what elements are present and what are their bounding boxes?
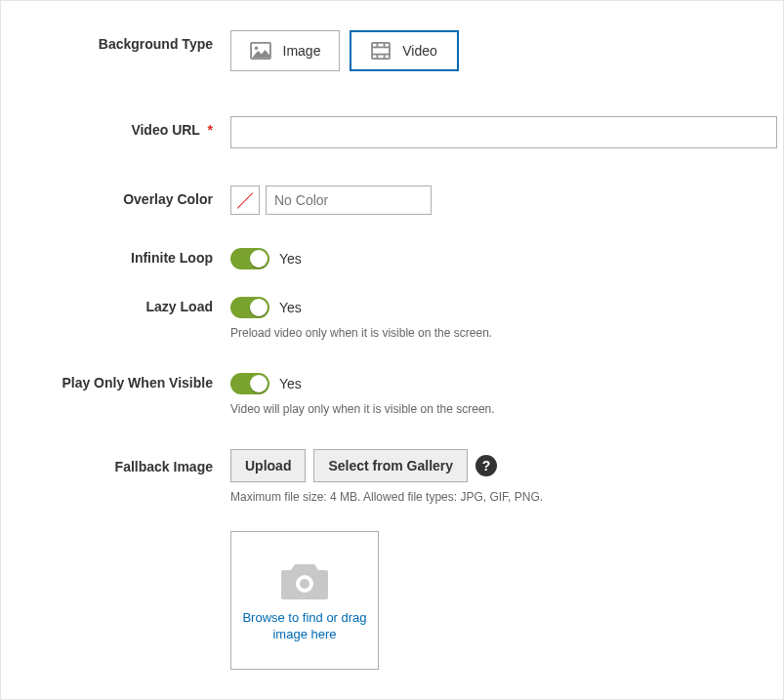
fallback-buttons-row: Upload Select from Gallery ? [230,449,783,482]
play-only-visible-value: Yes [279,376,302,391]
control-video-url [230,116,783,148]
background-settings-panel: Background Type Image Video [0,0,784,700]
video-icon [371,42,391,60]
field-fallback-image: Fallback Image Upload Select from Galler… [1,449,783,670]
field-video-url: Video URL * [1,116,783,148]
infinite-loop-toggle[interactable] [230,248,269,269]
label-play-only-visible: Play Only When Visible [1,373,230,416]
select-from-gallery-button[interactable]: Select from Gallery [313,449,468,482]
overlay-color-swatch[interactable] [230,185,260,215]
control-infinite-loop: Yes [230,248,783,269]
fallback-image-dropzone[interactable]: Browse to find or drag image here [230,531,379,670]
overlay-color-input[interactable] [266,185,432,215]
field-overlay-color: Overlay Color [1,185,783,215]
image-icon [250,42,271,60]
svg-rect-2 [372,43,390,59]
control-lazy-load: Yes Preload video only when it is visibl… [230,297,783,340]
field-play-only-visible: Play Only When Visible Yes Video will pl… [1,373,783,416]
label-overlay-color: Overlay Color [1,185,230,215]
svg-point-1 [254,47,258,51]
label-background-type: Background Type [1,30,230,71]
lazy-load-toggle[interactable] [230,297,269,318]
fallback-image-helper: Maximum file size: 4 MB. Allowed file ty… [230,490,783,504]
field-background-type: Background Type Image Video [1,30,783,71]
video-url-input[interactable] [230,116,777,148]
control-background-type: Image Video [230,30,783,71]
background-type-options: Image Video [230,30,783,71]
option-image-label: Image [283,43,321,59]
svg-point-10 [300,579,309,589]
lazy-load-helper: Preload video only when it is visible on… [230,326,783,340]
control-play-only-visible: Yes Video will play only when it is visi… [230,373,783,416]
label-fallback-image: Fallback Image [1,449,230,670]
help-icon[interactable]: ? [475,455,497,476]
upload-button[interactable]: Upload [230,449,306,482]
play-only-visible-helper: Video will play only when it is visible … [230,402,783,416]
camera-icon [277,558,332,604]
background-type-video-option[interactable]: Video [350,30,459,71]
infinite-loop-value: Yes [279,251,302,267]
label-video-url: Video URL * [1,116,230,148]
label-lazy-load: Lazy Load [1,297,230,340]
label-video-url-text: Video URL [131,122,199,138]
label-infinite-loop: Infinite Loop [1,248,230,269]
field-lazy-load: Lazy Load Yes Preload video only when it… [1,297,783,340]
option-video-label: Video [402,43,437,59]
background-type-image-option[interactable]: Image [230,30,340,71]
infinite-loop-row: Yes [230,248,783,269]
control-fallback-image: Upload Select from Gallery ? Maximum fil… [230,449,783,670]
control-overlay-color [230,185,783,215]
lazy-load-row: Yes [230,297,783,318]
play-only-visible-row: Yes [230,373,783,394]
overlay-color-row [230,185,783,215]
lazy-load-value: Yes [279,300,302,315]
required-mark: * [208,122,213,138]
dropzone-text: Browse to find or drag image here [231,610,378,643]
field-infinite-loop: Infinite Loop Yes [1,248,783,269]
play-only-visible-toggle[interactable] [230,373,269,394]
